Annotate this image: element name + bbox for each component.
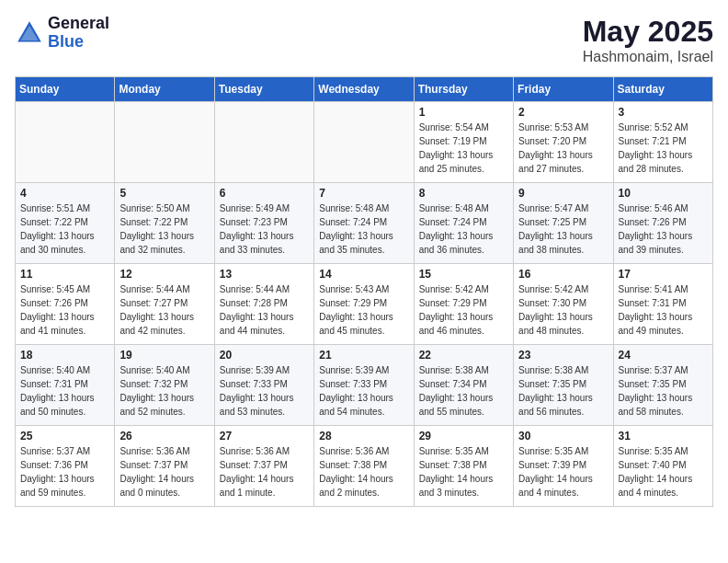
day-number: 30 <box>518 430 608 442</box>
day-number: 13 <box>220 268 309 281</box>
calendar-cell <box>16 102 115 183</box>
calendar-cell: 2Sunrise: 5:53 AM Sunset: 7:20 PM Daylig… <box>514 102 613 183</box>
day-number: 5 <box>119 187 209 200</box>
day-info: Sunrise: 5:35 AM Sunset: 7:39 PM Dayligh… <box>518 444 608 500</box>
day-info: Sunrise: 5:54 AM Sunset: 7:19 PM Dayligh… <box>419 121 508 176</box>
title-month: May 2025 <box>583 15 713 49</box>
day-info: Sunrise: 5:48 AM Sunset: 7:24 PM Dayligh… <box>419 201 508 257</box>
day-info: Sunrise: 5:36 AM Sunset: 7:37 PM Dayligh… <box>119 444 209 500</box>
calendar-week-5: 25Sunrise: 5:37 AM Sunset: 7:36 PM Dayli… <box>16 426 713 507</box>
day-info: Sunrise: 5:44 AM Sunset: 7:28 PM Dayligh… <box>220 282 309 338</box>
calendar-cell: 16Sunrise: 5:42 AM Sunset: 7:30 PM Dayli… <box>514 264 613 345</box>
calendar-cell: 10Sunrise: 5:46 AM Sunset: 7:26 PM Dayli… <box>613 183 712 264</box>
calendar-cell <box>214 102 313 183</box>
logo: General Blue <box>15 15 109 52</box>
day-info: Sunrise: 5:51 AM Sunset: 7:22 PM Dayligh… <box>20 201 109 257</box>
day-number: 22 <box>419 349 508 362</box>
day-info: Sunrise: 5:36 AM Sunset: 7:38 PM Dayligh… <box>319 444 408 500</box>
day-info: Sunrise: 5:35 AM Sunset: 7:40 PM Dayligh… <box>619 444 708 500</box>
header-tuesday: Tuesday <box>214 77 313 102</box>
page-header: General Blue May 2025 Hashmonaim, Israel <box>15 15 713 65</box>
header-thursday: Thursday <box>414 77 513 102</box>
day-info: Sunrise: 5:46 AM Sunset: 7:26 PM Dayligh… <box>619 201 708 257</box>
day-number: 15 <box>419 268 508 281</box>
calendar-week-1: 1Sunrise: 5:54 AM Sunset: 7:19 PM Daylig… <box>16 102 713 183</box>
day-number: 23 <box>518 349 608 362</box>
calendar-cell: 5Sunrise: 5:50 AM Sunset: 7:22 PM Daylig… <box>115 183 214 264</box>
calendar-table: SundayMondayTuesdayWednesdayThursdayFrid… <box>15 76 713 507</box>
day-info: Sunrise: 5:36 AM Sunset: 7:37 PM Dayligh… <box>220 444 309 500</box>
day-info: Sunrise: 5:48 AM Sunset: 7:24 PM Dayligh… <box>319 201 408 257</box>
calendar-cell: 27Sunrise: 5:36 AM Sunset: 7:37 PM Dayli… <box>214 426 313 507</box>
day-number: 11 <box>20 268 109 281</box>
day-info: Sunrise: 5:42 AM Sunset: 7:30 PM Dayligh… <box>518 282 608 338</box>
calendar-cell: 22Sunrise: 5:38 AM Sunset: 7:34 PM Dayli… <box>414 345 513 426</box>
day-number: 2 <box>518 106 608 119</box>
header-saturday: Saturday <box>613 77 712 102</box>
calendar-cell: 3Sunrise: 5:52 AM Sunset: 7:21 PM Daylig… <box>613 102 712 183</box>
day-number: 20 <box>220 349 309 362</box>
day-info: Sunrise: 5:52 AM Sunset: 7:21 PM Dayligh… <box>619 121 708 176</box>
calendar-cell: 14Sunrise: 5:43 AM Sunset: 7:29 PM Dayli… <box>314 264 414 345</box>
day-number: 3 <box>619 106 708 119</box>
calendar-cell: 19Sunrise: 5:40 AM Sunset: 7:32 PM Dayli… <box>115 345 214 426</box>
day-number: 28 <box>319 430 408 442</box>
calendar-cell: 23Sunrise: 5:38 AM Sunset: 7:35 PM Dayli… <box>514 345 613 426</box>
day-info: Sunrise: 5:49 AM Sunset: 7:23 PM Dayligh… <box>220 201 309 257</box>
day-info: Sunrise: 5:40 AM Sunset: 7:31 PM Dayligh… <box>20 363 109 419</box>
day-info: Sunrise: 5:42 AM Sunset: 7:29 PM Dayligh… <box>419 282 508 338</box>
day-number: 14 <box>319 268 408 281</box>
day-info: Sunrise: 5:38 AM Sunset: 7:34 PM Dayligh… <box>419 363 508 419</box>
header-sunday: Sunday <box>16 77 115 102</box>
logo-icon <box>15 18 44 48</box>
day-number: 27 <box>220 430 309 442</box>
day-number: 25 <box>20 430 109 442</box>
day-number: 4 <box>20 187 109 200</box>
logo-blue: Blue <box>48 33 109 52</box>
day-number: 19 <box>119 349 209 362</box>
day-info: Sunrise: 5:35 AM Sunset: 7:38 PM Dayligh… <box>419 444 508 500</box>
logo-general: General <box>48 15 109 33</box>
title-location: Hashmonaim, Israel <box>583 49 713 65</box>
day-number: 1 <box>419 106 508 119</box>
day-number: 7 <box>319 187 408 200</box>
day-info: Sunrise: 5:41 AM Sunset: 7:31 PM Dayligh… <box>619 282 708 338</box>
calendar-cell: 1Sunrise: 5:54 AM Sunset: 7:19 PM Daylig… <box>414 102 513 183</box>
day-number: 17 <box>619 268 708 281</box>
day-number: 6 <box>220 187 309 200</box>
calendar-cell: 4Sunrise: 5:51 AM Sunset: 7:22 PM Daylig… <box>16 183 115 264</box>
title-block: May 2025 Hashmonaim, Israel <box>583 15 713 65</box>
calendar-cell: 7Sunrise: 5:48 AM Sunset: 7:24 PM Daylig… <box>314 183 414 264</box>
header-wednesday: Wednesday <box>314 77 414 102</box>
calendar-cell: 6Sunrise: 5:49 AM Sunset: 7:23 PM Daylig… <box>214 183 313 264</box>
calendar-cell: 30Sunrise: 5:35 AM Sunset: 7:39 PM Dayli… <box>514 426 613 507</box>
day-info: Sunrise: 5:37 AM Sunset: 7:36 PM Dayligh… <box>20 444 109 500</box>
logo-text: General Blue <box>48 15 109 52</box>
day-info: Sunrise: 5:47 AM Sunset: 7:25 PM Dayligh… <box>518 201 608 257</box>
day-info: Sunrise: 5:50 AM Sunset: 7:22 PM Dayligh… <box>119 201 209 257</box>
calendar-header-row: SundayMondayTuesdayWednesdayThursdayFrid… <box>16 77 713 102</box>
calendar-cell: 8Sunrise: 5:48 AM Sunset: 7:24 PM Daylig… <box>414 183 513 264</box>
day-number: 26 <box>119 430 209 442</box>
calendar-cell: 17Sunrise: 5:41 AM Sunset: 7:31 PM Dayli… <box>613 264 712 345</box>
day-number: 8 <box>419 187 508 200</box>
day-info: Sunrise: 5:53 AM Sunset: 7:20 PM Dayligh… <box>518 121 608 176</box>
day-info: Sunrise: 5:39 AM Sunset: 7:33 PM Dayligh… <box>220 363 309 419</box>
day-number: 31 <box>619 430 708 442</box>
header-monday: Monday <box>115 77 214 102</box>
calendar-cell: 29Sunrise: 5:35 AM Sunset: 7:38 PM Dayli… <box>414 426 513 507</box>
day-number: 16 <box>518 268 608 281</box>
calendar-cell: 11Sunrise: 5:45 AM Sunset: 7:26 PM Dayli… <box>16 264 115 345</box>
calendar-week-3: 11Sunrise: 5:45 AM Sunset: 7:26 PM Dayli… <box>16 264 713 345</box>
calendar-cell: 28Sunrise: 5:36 AM Sunset: 7:38 PM Dayli… <box>314 426 414 507</box>
calendar-cell: 24Sunrise: 5:37 AM Sunset: 7:35 PM Dayli… <box>613 345 712 426</box>
day-number: 10 <box>619 187 708 200</box>
calendar-cell: 13Sunrise: 5:44 AM Sunset: 7:28 PM Dayli… <box>214 264 313 345</box>
day-number: 12 <box>119 268 209 281</box>
calendar-cell <box>115 102 214 183</box>
calendar-cell: 9Sunrise: 5:47 AM Sunset: 7:25 PM Daylig… <box>514 183 613 264</box>
day-info: Sunrise: 5:38 AM Sunset: 7:35 PM Dayligh… <box>518 363 608 419</box>
calendar-cell <box>314 102 414 183</box>
calendar-cell: 12Sunrise: 5:44 AM Sunset: 7:27 PM Dayli… <box>115 264 214 345</box>
calendar-cell: 15Sunrise: 5:42 AM Sunset: 7:29 PM Dayli… <box>414 264 513 345</box>
